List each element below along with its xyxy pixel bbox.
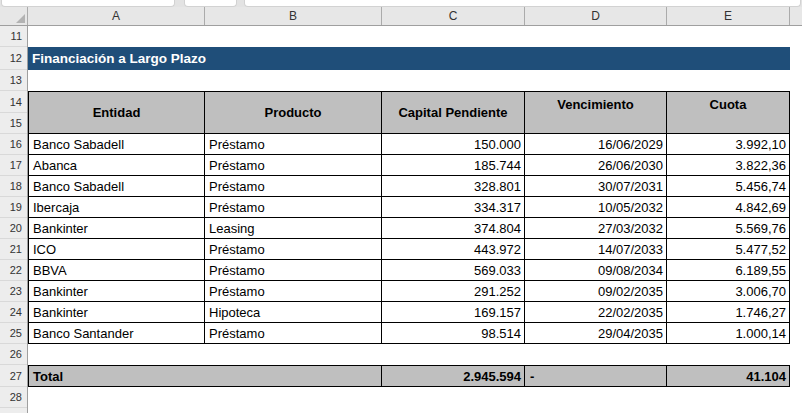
cell-capital[interactable]: 185.744	[382, 155, 525, 175]
table-row: BBVA Préstamo 569.033 09/08/2034 6.189,5…	[28, 260, 790, 281]
header-producto[interactable]: Producto	[205, 92, 382, 133]
cell-producto[interactable]: Préstamo	[205, 281, 382, 301]
cell-vencimiento[interactable]: 29/04/2035	[525, 323, 667, 343]
cell-producto[interactable]: Préstamo	[205, 197, 382, 217]
cell-vencimiento[interactable]: 09/02/2035	[525, 281, 667, 301]
cell-cuota[interactable]: 1.746,27	[667, 302, 790, 322]
table-row: Banco Sabadell Préstamo 150.000 16/06/20…	[28, 134, 790, 155]
select-all-triangle-icon	[16, 14, 25, 23]
cell-producto[interactable]: Préstamo	[205, 155, 382, 175]
formula-bar[interactable]	[244, 0, 801, 7]
cell-cuota[interactable]: 3.992,10	[667, 134, 790, 154]
cell-capital[interactable]: 150.000	[382, 134, 525, 154]
row-header-27[interactable]: 27	[0, 365, 27, 387]
cell-vencimiento[interactable]: 26/06/2030	[525, 155, 667, 175]
row-header-29-partial[interactable]	[0, 408, 27, 413]
cell-capital[interactable]: 374.804	[382, 218, 525, 238]
column-headers: A B C D E	[0, 7, 802, 26]
row-header-17[interactable]: 17	[0, 155, 27, 176]
row-header-19[interactable]: 19	[0, 197, 27, 218]
cell-entidad[interactable]: BBVA	[29, 260, 205, 280]
fx-button[interactable]	[184, 0, 237, 7]
cell-entidad[interactable]: Banco Sabadell	[29, 134, 205, 154]
empty-row-26[interactable]	[28, 344, 790, 365]
cell-vencimiento[interactable]: 09/08/2034	[525, 260, 667, 280]
header-entidad[interactable]: Entidad	[29, 92, 205, 133]
cell-entidad[interactable]: Banco Santander	[29, 323, 205, 343]
cell-producto[interactable]: Préstamo	[205, 323, 382, 343]
row-header-14[interactable]: 14	[0, 91, 27, 113]
column-header-a[interactable]: A	[28, 7, 205, 25]
total-label-cell[interactable]: Total	[29, 366, 382, 386]
header-capital-pendiente[interactable]: Capital Pendiente	[382, 92, 525, 133]
empty-row-13[interactable]	[28, 70, 790, 91]
section-title-cell[interactable]: Financiación a Largo Plazo	[28, 47, 790, 70]
cell-cuota[interactable]: 5.477,52	[667, 239, 790, 259]
cell-cuota[interactable]: 3.006,70	[667, 281, 790, 301]
row-header-11[interactable]: 11	[0, 26, 27, 47]
column-header-c[interactable]: C	[382, 7, 525, 25]
select-all-corner[interactable]	[0, 7, 28, 25]
cell-entidad[interactable]: Banco Sabadell	[29, 176, 205, 196]
row-header-15[interactable]: 15	[0, 113, 27, 134]
row-header-25[interactable]: 25	[0, 323, 27, 344]
cell-producto[interactable]: Leasing	[205, 218, 382, 238]
row-header-16[interactable]: 16	[0, 134, 27, 155]
cell-capital[interactable]: 98.514	[382, 323, 525, 343]
cell-capital[interactable]: 569.033	[382, 260, 525, 280]
cell-entidad[interactable]: ICO	[29, 239, 205, 259]
total-vencimiento-cell[interactable]: -	[525, 366, 667, 386]
row-header-28[interactable]: 28	[0, 387, 27, 408]
cell-cuota[interactable]: 3.822,36	[667, 155, 790, 175]
cell-entidad[interactable]: Bankinter	[29, 302, 205, 322]
total-row: Total 2.945.594 - 41.104	[28, 365, 790, 387]
cell-vencimiento[interactable]: 14/07/2033	[525, 239, 667, 259]
column-header-b[interactable]: B	[205, 7, 382, 25]
cell-vencimiento[interactable]: 27/03/2032	[525, 218, 667, 238]
row-header-21[interactable]: 21	[0, 239, 27, 260]
table-row: Banco Santander Préstamo 98.514 29/04/20…	[28, 323, 790, 344]
cell-cuota[interactable]: 4.842,69	[667, 197, 790, 217]
cell-producto[interactable]: Préstamo	[205, 134, 382, 154]
cell-capital[interactable]: 328.801	[382, 176, 525, 196]
cell-producto[interactable]: Préstamo	[205, 176, 382, 196]
row-header-18[interactable]: 18	[0, 176, 27, 197]
cell-vencimiento[interactable]: 10/05/2032	[525, 197, 667, 217]
cell-capital[interactable]: 334.317	[382, 197, 525, 217]
cell-cuota[interactable]: 6.189,55	[667, 260, 790, 280]
row-header-20[interactable]: 20	[0, 218, 27, 239]
cell-capital[interactable]: 291.252	[382, 281, 525, 301]
cell-capital[interactable]: 443.972	[382, 239, 525, 259]
cell-vencimiento[interactable]: 16/06/2029	[525, 134, 667, 154]
cell-capital[interactable]: 169.157	[382, 302, 525, 322]
cell-entidad[interactable]: Abanca	[29, 155, 205, 175]
column-header-d[interactable]: D	[525, 7, 667, 25]
cell-cuota[interactable]: 5.569,76	[667, 218, 790, 238]
total-capital-cell[interactable]: 2.945.594	[382, 366, 525, 386]
column-header-f-partial[interactable]	[790, 7, 802, 25]
cell-entidad[interactable]: Ibercaja	[29, 197, 205, 217]
row-header-23[interactable]: 23	[0, 281, 27, 302]
empty-row-11[interactable]	[28, 26, 790, 47]
row-header-13[interactable]: 13	[0, 70, 27, 91]
table-row: Ibercaja Préstamo 334.317 10/05/2032 4.8…	[28, 197, 790, 218]
cell-entidad[interactable]: Bankinter	[29, 218, 205, 238]
cell-producto[interactable]: Préstamo	[205, 239, 382, 259]
column-header-e[interactable]: E	[667, 7, 790, 25]
cell-vencimiento[interactable]: 30/07/2031	[525, 176, 667, 196]
row-header-12[interactable]: 12	[0, 47, 27, 70]
cell-producto[interactable]: Préstamo	[205, 260, 382, 280]
header-cuota[interactable]: Cuota	[667, 92, 790, 133]
cell-producto[interactable]: Hipoteca	[205, 302, 382, 322]
total-cuota-cell[interactable]: 41.104	[667, 366, 790, 386]
row-header-26[interactable]: 26	[0, 344, 27, 365]
row-header-22[interactable]: 22	[0, 260, 27, 281]
row-header-24[interactable]: 24	[0, 302, 27, 323]
cell-cuota[interactable]: 1.000,14	[667, 323, 790, 343]
cell-entidad[interactable]: Bankinter	[29, 281, 205, 301]
cell-cuota[interactable]: 5.456,74	[667, 176, 790, 196]
formula-bar-strip	[0, 0, 802, 7]
header-vencimiento[interactable]: Vencimiento	[525, 92, 667, 133]
name-box[interactable]	[1, 0, 175, 7]
cell-vencimiento[interactable]: 22/02/2035	[525, 302, 667, 322]
